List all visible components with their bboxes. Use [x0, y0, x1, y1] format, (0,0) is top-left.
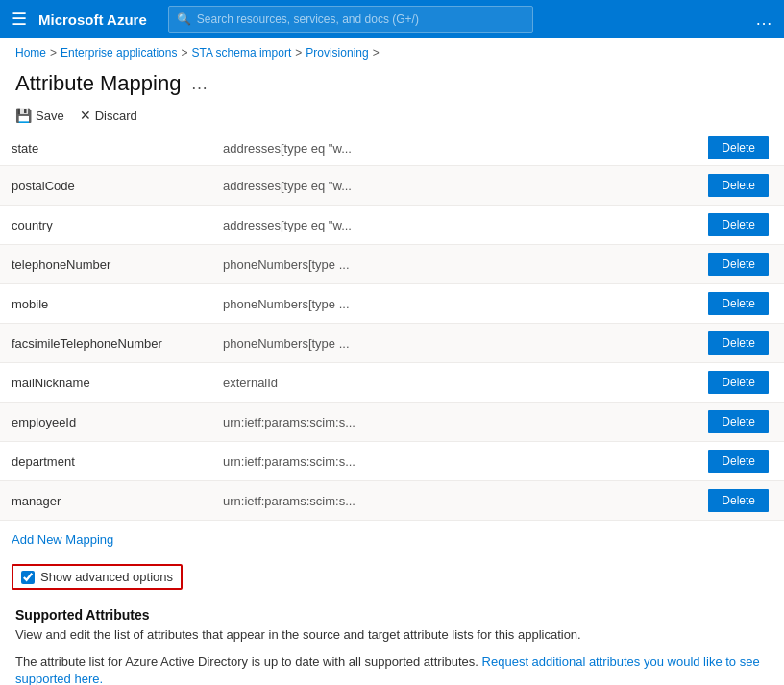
table-row: country addresses[type eq "w... Delete [0, 206, 784, 245]
aad-note-text: The attribute list for Azure Active Dire… [15, 654, 478, 669]
delete-button[interactable]: Delete [708, 253, 769, 276]
search-input[interactable] [197, 12, 525, 26]
delete-cell: Delete [688, 442, 784, 481]
supported-title: Supported Attributes [15, 607, 769, 623]
delete-button[interactable]: Delete [708, 331, 769, 355]
table-row: mobile phoneNumbers[type ... Delete [0, 284, 784, 324]
source-attr: manager [0, 481, 211, 521]
target-attr: addresses[type eq "w... [211, 166, 688, 206]
source-attr: country [0, 206, 211, 245]
target-attr: addresses[type eq "w... [211, 131, 688, 166]
show-advanced-checkbox[interactable] [21, 571, 35, 584]
table-row: manager urn:ietf:params:scim:s... Delete [0, 481, 784, 521]
target-attr: phoneNumbers[type ... [211, 284, 688, 324]
source-attr: state [0, 131, 211, 166]
delete-cell: Delete [688, 363, 784, 403]
table-row: postalCode addresses[type eq "w... Delet… [0, 166, 784, 206]
save-icon: 💾 [15, 108, 32, 123]
search-icon: 🔍 [177, 12, 191, 26]
delete-button[interactable]: Delete [708, 450, 769, 473]
show-advanced-label[interactable]: Show advanced options [40, 570, 173, 584]
breadcrumb-enterprise-apps[interactable]: Enterprise applications [61, 46, 177, 60]
target-attr: phoneNumbers[type ... [211, 245, 688, 284]
delete-button[interactable]: Delete [708, 292, 769, 315]
mapping-table: state addresses[type eq "w... Delete pos… [0, 131, 784, 521]
discard-button[interactable]: ✕ Discard [80, 108, 137, 123]
delete-button[interactable]: Delete [708, 136, 769, 159]
delete-cell: Delete [688, 403, 784, 442]
target-attr: phoneNumbers[type ... [211, 324, 688, 363]
delete-cell: Delete [688, 245, 784, 284]
delete-cell: Delete [688, 206, 784, 245]
breadcrumb-sta-schema[interactable]: STA schema import [191, 46, 291, 60]
aad-note: The attribute list for Azure Active Dire… [15, 653, 769, 685]
delete-cell: Delete [688, 284, 784, 324]
add-new-mapping-link[interactable]: Add New Mapping [0, 525, 125, 554]
delete-button[interactable]: Delete [708, 174, 769, 197]
search-bar[interactable]: 🔍 [168, 6, 533, 33]
supported-description: View and edit the list of attributes tha… [15, 626, 769, 644]
target-attr: urn:ietf:params:scim:s... [211, 403, 688, 442]
breadcrumb-provisioning[interactable]: Provisioning [306, 46, 368, 60]
advanced-options-row: Show advanced options [0, 558, 784, 596]
table-row: employeeId urn:ietf:params:scim:s... Del… [0, 403, 784, 442]
source-attr: facsimileTelephoneNumber [0, 324, 211, 363]
page-title: Attribute Mapping [15, 71, 181, 96]
delete-cell: Delete [688, 324, 784, 363]
target-attr: externalId [211, 363, 688, 403]
source-attr: postalCode [0, 166, 211, 206]
delete-cell: Delete [688, 481, 784, 521]
target-attr: urn:ietf:params:scim:s... [211, 442, 688, 481]
table-row: facsimileTelephoneNumber phoneNumbers[ty… [0, 324, 784, 363]
target-attr: urn:ietf:params:scim:s... [211, 481, 688, 521]
delete-button[interactable]: Delete [708, 371, 769, 394]
toolbar: 💾 Save ✕ Discard [0, 104, 784, 131]
advanced-options-container: Show advanced options [12, 564, 183, 590]
breadcrumb-home[interactable]: Home [15, 46, 46, 60]
discard-label: Discard [95, 109, 137, 123]
save-label: Save [36, 109, 64, 123]
save-button[interactable]: 💾 Save [15, 108, 64, 123]
mapping-table-wrapper: state addresses[type eq "w... Delete pos… [0, 131, 784, 521]
page-header: Attribute Mapping … [0, 67, 784, 104]
nav-more-icon[interactable]: … [755, 10, 772, 30]
hamburger-icon[interactable]: ☰ [12, 9, 27, 30]
top-navbar: ☰ Microsoft Azure 🔍 … [0, 0, 784, 38]
delete-button[interactable]: Delete [708, 410, 769, 433]
delete-button[interactable]: Delete [708, 489, 769, 512]
source-attr: mobile [0, 284, 211, 324]
source-attr: employeeId [0, 403, 211, 442]
target-attr: addresses[type eq "w... [211, 206, 688, 245]
delete-cell: Delete [688, 131, 784, 166]
app-title: Microsoft Azure [38, 12, 147, 28]
table-row: mailNickname externalId Delete [0, 363, 784, 403]
add-mapping-container: Add New Mapping [0, 521, 784, 558]
source-attr: mailNickname [0, 363, 211, 403]
table-row: telephoneNumber phoneNumbers[type ... De… [0, 245, 784, 284]
delete-button[interactable]: Delete [708, 213, 769, 236]
page-more-icon[interactable]: … [190, 74, 208, 94]
source-attr: department [0, 442, 211, 481]
delete-cell: Delete [688, 166, 784, 206]
supported-attributes-section: Supported Attributes View and edit the l… [0, 596, 784, 685]
table-row: department urn:ietf:params:scim:s... Del… [0, 442, 784, 481]
breadcrumb: Home > Enterprise applications > STA sch… [0, 38, 784, 67]
source-attr: telephoneNumber [0, 245, 211, 284]
discard-icon: ✕ [80, 108, 91, 123]
table-row: state addresses[type eq "w... Delete [0, 131, 784, 166]
